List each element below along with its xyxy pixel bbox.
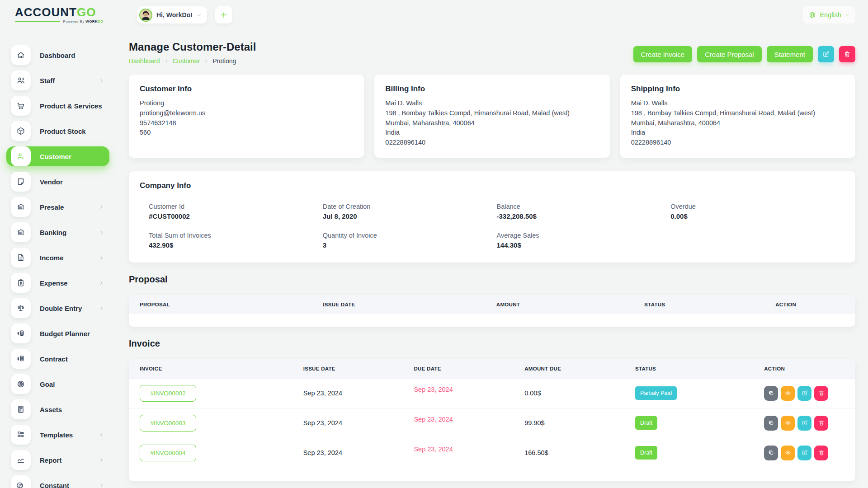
chevron-right-icon: [99, 483, 104, 488]
edit-icon: [802, 390, 808, 396]
proposal-heading: Proposal: [129, 274, 855, 285]
column-header-issue-date: ISSUE DATE: [303, 366, 414, 371]
sidebar-item-label: Customer: [40, 153, 71, 160]
brand-name-primary: ACCOUNT: [15, 5, 77, 19]
edit-customer-button[interactable]: [818, 46, 834, 62]
sidebar-item-goal[interactable]: Goal: [6, 374, 109, 394]
field-value: -332,208.50$: [497, 212, 671, 220]
trash-icon: [818, 450, 825, 456]
invoice-number-link[interactable]: #INVO00004: [140, 445, 196, 461]
chevron-down-icon: [197, 13, 202, 18]
edit-button[interactable]: [797, 386, 811, 401]
sidebar-item-templates[interactable]: Templates: [6, 425, 109, 445]
billing-info-line: 02228896140: [385, 138, 599, 148]
sidebar-item-customer[interactable]: Customer: [6, 146, 109, 166]
edit-icon: [802, 420, 808, 426]
invoice-heading: Invoice: [129, 338, 855, 349]
delete-button[interactable]: [814, 386, 828, 401]
invoice-row: #INVO00003Sep 23, 2024Sep 23, 202499.90$…: [129, 408, 855, 438]
sidebar-item-label: Product Stock: [40, 127, 86, 135]
chevron-right-icon: [99, 458, 104, 463]
sidebar-item-label: Income: [40, 254, 64, 262]
language-selector[interactable]: English: [803, 6, 855, 23]
coins-icon: [11, 324, 31, 343]
invoice-number-link[interactable]: #INVO00003: [140, 415, 196, 432]
edit-icon: [802, 450, 808, 456]
duplicate-button[interactable]: [764, 386, 778, 401]
view-button[interactable]: [781, 386, 795, 401]
copy-icon: [768, 450, 774, 456]
page-title: Manage Customer-Detail: [129, 41, 256, 53]
due-date-cell: Sep 23, 2024: [414, 449, 524, 457]
company-field-quantity-of-invoice: Quantity of Invoice3: [323, 232, 497, 249]
sidebar-item-dashboard[interactable]: Dashboard: [6, 45, 109, 65]
edit-button[interactable]: [797, 446, 811, 460]
delete-button[interactable]: [814, 446, 828, 460]
page-actions: Create Invoice Create Proposal Statement: [633, 46, 856, 62]
top-bar: ACCOUNTGO Powered By WORKDO Hi, WorkDo!: [0, 0, 868, 30]
sidebar-item-income[interactable]: Income: [6, 248, 109, 267]
sidebar-item-budget-planner[interactable]: Budget Planner: [6, 324, 109, 343]
chevron-down-icon: [845, 13, 849, 17]
quick-add-button[interactable]: [215, 6, 232, 23]
field-value: 0.00$: [670, 212, 844, 220]
copy-icon: [768, 390, 774, 396]
trash-icon: [818, 420, 825, 426]
shipping-info-title: Shipping Info: [631, 84, 844, 94]
sidebar-item-product-stock[interactable]: Product Stock: [6, 121, 109, 141]
view-button[interactable]: [781, 416, 795, 431]
duplicate-button[interactable]: [764, 446, 778, 460]
field-label: Average Sales: [497, 232, 671, 239]
clipboard-icon: [11, 273, 31, 293]
user-greeting: Hi, WorkDo!: [156, 11, 193, 19]
user-menu[interactable]: Hi, WorkDo!: [137, 6, 207, 23]
invoice-number-cell: #INVO00002: [140, 385, 303, 402]
sidebar-item-expense[interactable]: Expense: [6, 273, 109, 293]
chevron-right-icon: [99, 281, 104, 286]
target-icon: [11, 374, 31, 394]
edit-button[interactable]: [797, 416, 811, 431]
invoice-table-body: #INVO00002Sep 23, 2024Sep 23, 20240.00$P…: [129, 378, 855, 468]
delete-button[interactable]: [814, 416, 828, 431]
create-proposal-button[interactable]: Create Proposal: [697, 46, 761, 62]
invoice-number-link[interactable]: #INVO00002: [140, 385, 196, 402]
delete-customer-button[interactable]: [839, 46, 855, 62]
view-button[interactable]: [781, 446, 795, 460]
breadcrumb-customer[interactable]: Customer: [173, 57, 200, 65]
sidebar-item-staff[interactable]: Staff: [6, 70, 109, 90]
company-info-grid: Customer Id#CUST00002Date of CreationJul…: [129, 203, 855, 249]
invoice-table-footer: [129, 468, 855, 481]
breadcrumb-dashboard[interactable]: Dashboard: [129, 57, 160, 65]
issue-date: Sep 23, 2024: [303, 419, 414, 427]
column-header-proposal: PROPOSAL: [140, 302, 323, 307]
sidebar-item-constant[interactable]: Constant: [6, 475, 109, 488]
brand-logo[interactable]: ACCOUNTGO Powered By WORKDO: [15, 6, 124, 23]
due-date: Sep 23, 2024: [414, 386, 453, 393]
bank-icon: [11, 197, 31, 217]
sidebar-item-banking[interactable]: Banking: [6, 222, 109, 242]
billing-info-line: Mumbai, Maharashtra, 400064: [385, 118, 599, 128]
sidebar-item-presale[interactable]: Presale: [6, 197, 109, 217]
sidebar-item-vendor[interactable]: Vendor: [6, 172, 109, 192]
column-header-status: STATUS: [644, 302, 775, 307]
chevron-right-icon: [99, 432, 104, 437]
company-field-balance: Balance-332,208.50$: [497, 203, 671, 220]
sidebar-item-report[interactable]: Report: [6, 450, 109, 470]
sidebar-item-double-entry[interactable]: Double Entry: [6, 298, 109, 318]
duplicate-button[interactable]: [764, 416, 778, 431]
brand-name-secondary: GO: [77, 5, 96, 19]
field-label: Overdue: [670, 203, 844, 210]
status-badge: Draft: [635, 416, 657, 430]
shipping-info-line: India: [631, 128, 844, 138]
sidebar-item-assets[interactable]: Assets: [6, 399, 109, 419]
company-field-date-of-creation: Date of CreationJul 8, 2020: [323, 203, 497, 220]
create-invoice-button[interactable]: Create Invoice: [633, 46, 693, 62]
swirl-icon: [11, 475, 31, 488]
company-field-overdue: Overdue0.00$: [670, 203, 844, 220]
sidebar-item-label: Double Entry: [40, 305, 82, 312]
info-cards-row: Customer InfoProtiongprotiong@teleworm.u…: [129, 75, 855, 158]
sidebar-item-product-services[interactable]: Product & Services: [6, 96, 109, 116]
statement-button[interactable]: Statement: [767, 46, 813, 62]
issue-date: Sep 23, 2024: [303, 389, 414, 397]
sidebar-item-contract[interactable]: Contract: [6, 349, 109, 369]
